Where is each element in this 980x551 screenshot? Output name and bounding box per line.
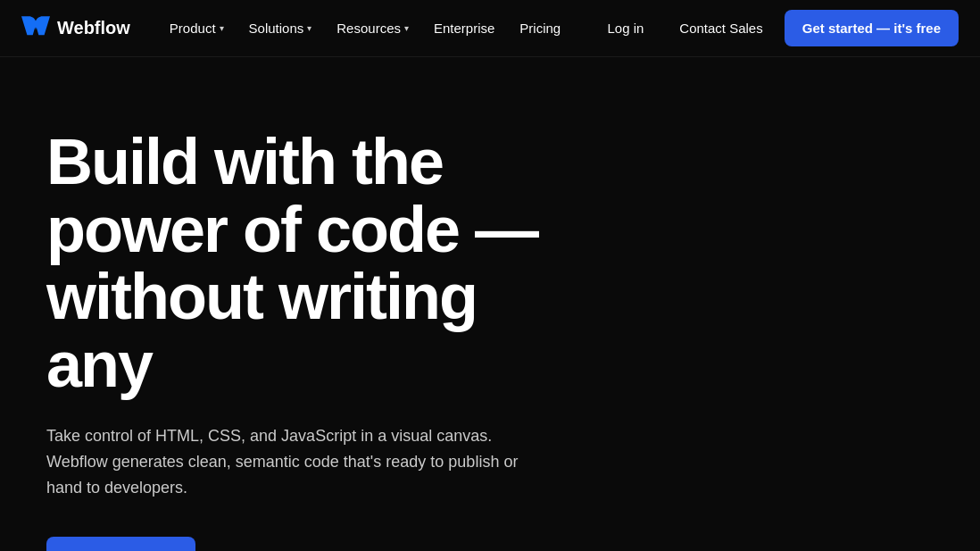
get-started-button[interactable]: Get started — it's free [785,10,959,46]
nav-item-solutions[interactable]: Solutions ▾ [238,13,323,43]
nav-item-enterprise[interactable]: Enterprise [423,13,505,43]
hero-subtext: Take control of HTML, CSS, and JavaScrip… [46,423,519,500]
nav-resources-label: Resources [336,21,401,36]
chevron-down-icon: ▾ [220,23,224,33]
nav-contact-link[interactable]: Contact Sales [665,13,777,43]
hero-section: Build with the power of code — without w… [0,57,625,551]
hero-headline: Build with the power of code — without w… [46,129,578,398]
navbar: Webflow Product ▾ Solutions ▾ Resources … [0,0,980,57]
webflow-logo-icon [21,16,50,41]
nav-right-items: Log in Contact Sales Get started — it's … [593,10,959,46]
logo-text: Webflow [57,18,130,38]
nav-solutions-label: Solutions [249,21,304,36]
nav-enterprise-label: Enterprise [434,21,494,36]
chevron-down-icon: ▾ [404,23,409,33]
start-building-button[interactable]: Start building [46,537,195,551]
nav-item-resources[interactable]: Resources ▾ [326,13,419,43]
nav-left-items: Product ▾ Solutions ▾ Resources ▾ Enterp… [159,13,594,43]
chevron-down-icon: ▾ [307,23,311,33]
nav-item-pricing[interactable]: Pricing [509,13,571,43]
nav-item-product[interactable]: Product ▾ [159,13,235,43]
nav-product-label: Product [170,21,216,36]
nav-login-link[interactable]: Log in [593,13,658,43]
logo-link[interactable]: Webflow [21,16,130,41]
nav-pricing-label: Pricing [519,21,561,36]
